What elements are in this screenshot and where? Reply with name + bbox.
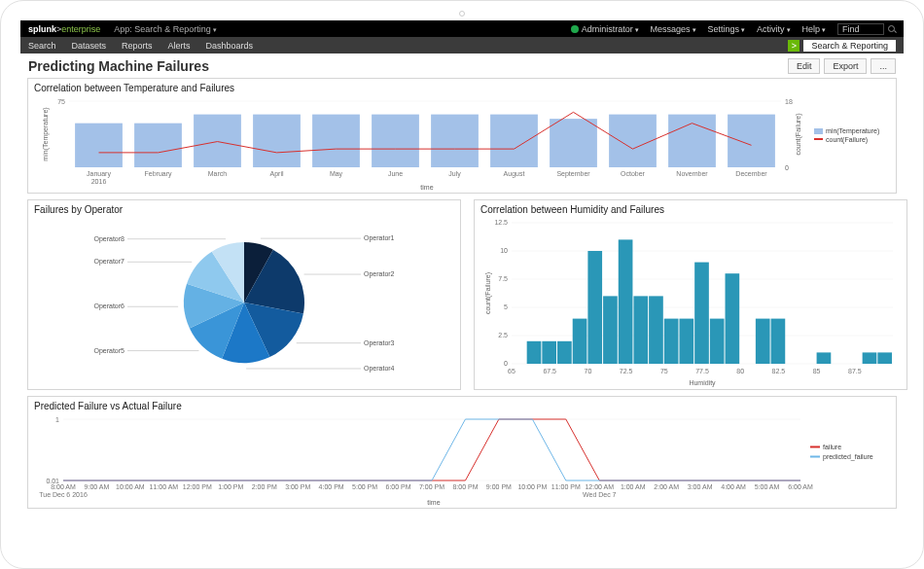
svg-text:4:00 AM: 4:00 AM xyxy=(721,483,746,490)
svg-rect-71 xyxy=(726,273,740,364)
svg-rect-9 xyxy=(253,115,301,167)
administrator-menu[interactable]: Administrator xyxy=(571,24,639,34)
svg-text:Operator7: Operator7 xyxy=(93,258,124,266)
svg-rect-10 xyxy=(312,115,360,167)
svg-rect-15 xyxy=(609,115,657,167)
svg-text:1: 1 xyxy=(55,416,59,423)
svg-text:Operator1: Operator1 xyxy=(364,234,395,242)
svg-text:3:00 PM: 3:00 PM xyxy=(285,483,310,490)
svg-rect-58 xyxy=(527,341,542,364)
svg-text:2016: 2016 xyxy=(91,178,107,185)
svg-text:82.5: 82.5 xyxy=(772,368,786,374)
svg-text:April: April xyxy=(269,170,283,178)
svg-text:11:00 PM: 11:00 PM xyxy=(551,483,581,490)
panel-title: Correlation between Temperature and Fail… xyxy=(34,83,890,93)
svg-text:August: August xyxy=(504,170,525,178)
svg-text:65: 65 xyxy=(508,368,515,374)
svg-rect-68 xyxy=(679,319,693,364)
svg-text:8:00 PM: 8:00 PM xyxy=(452,483,478,490)
svg-text:September: September xyxy=(556,170,590,178)
chart-failures-by-operator: Operator1Operator2Operator3Operator4Oper… xyxy=(34,217,454,387)
app-selector[interactable]: App: Search & Reporting xyxy=(114,24,217,34)
brand-logo: splunk>enterprise xyxy=(28,24,100,34)
activity-menu[interactable]: Activity xyxy=(757,24,790,34)
svg-text:70: 70 xyxy=(585,368,592,374)
svg-text:10:00 PM: 10:00 PM xyxy=(517,483,547,490)
messages-menu[interactable]: Messages xyxy=(651,24,696,34)
panel-title: Predicted Failure vs Actual Failure xyxy=(34,401,890,411)
chart-predicted-actual: 10.018:00 AMTue Dec 6 20169:00 AM10:00 A… xyxy=(34,413,888,506)
svg-text:67.5: 67.5 xyxy=(543,368,556,374)
svg-text:predicted_failure: predicted_failure xyxy=(823,453,873,461)
svg-text:count(Failure): count(Failure) xyxy=(795,113,802,155)
app-name: Search & Reporting xyxy=(803,40,896,52)
svg-text:5:00 PM: 5:00 PM xyxy=(352,483,377,490)
nav-search[interactable]: Search xyxy=(28,41,56,51)
svg-text:77.5: 77.5 xyxy=(695,368,709,374)
svg-text:0: 0 xyxy=(504,360,508,367)
svg-rect-66 xyxy=(649,296,663,364)
panel-row: Failures by Operator Operator1Operator2O… xyxy=(20,199,904,396)
nav-alerts[interactable]: Alerts xyxy=(168,41,191,51)
panel-title: Correlation between Humidity and Failure… xyxy=(480,204,901,215)
svg-text:July: July xyxy=(448,170,461,178)
svg-rect-32 xyxy=(814,128,823,134)
svg-text:2:00 AM: 2:00 AM xyxy=(654,483,679,490)
svg-rect-81 xyxy=(877,352,892,364)
nav-datasets[interactable]: Datasets xyxy=(72,41,107,51)
svg-rect-12 xyxy=(431,115,479,167)
svg-rect-67 xyxy=(664,319,679,364)
svg-text:min(Temperature): min(Temperature) xyxy=(42,107,50,160)
panel-temperature-failures: Correlation between Temperature and Fail… xyxy=(27,78,897,194)
svg-rect-69 xyxy=(694,263,709,364)
svg-text:3:00 AM: 3:00 AM xyxy=(688,483,713,490)
svg-rect-16 xyxy=(668,115,716,167)
svg-text:0: 0 xyxy=(785,164,789,171)
svg-text:75: 75 xyxy=(57,98,65,105)
svg-text:12.5: 12.5 xyxy=(494,219,508,226)
svg-text:Operator3: Operator3 xyxy=(364,339,395,347)
svg-text:85: 85 xyxy=(813,368,821,374)
svg-text:1:00 AM: 1:00 AM xyxy=(621,483,646,490)
panel-humidity-failures: Correlation between Humidity and Failure… xyxy=(474,199,907,390)
svg-text:December: December xyxy=(735,170,767,177)
svg-text:9:00 AM: 9:00 AM xyxy=(85,483,110,490)
svg-text:7:00 PM: 7:00 PM xyxy=(419,483,444,490)
svg-text:Tue Dec 6 2016: Tue Dec 6 2016 xyxy=(39,491,88,498)
svg-rect-8 xyxy=(194,115,241,167)
svg-rect-73 xyxy=(756,319,770,364)
svg-text:June: June xyxy=(388,170,403,177)
nav-dashboards[interactable]: Dashboards xyxy=(206,41,254,51)
search-icon[interactable] xyxy=(888,25,896,33)
svg-rect-11 xyxy=(372,115,419,167)
svg-text:9:00 PM: 9:00 PM xyxy=(486,483,512,490)
panel-failures-by-operator: Failures by Operator Operator1Operator2O… xyxy=(27,199,461,390)
svg-text:Operator5: Operator5 xyxy=(93,347,124,355)
svg-rect-61 xyxy=(573,319,587,364)
help-menu[interactable]: Help xyxy=(802,24,826,34)
svg-rect-123 xyxy=(810,446,820,448)
edit-button[interactable]: Edit xyxy=(788,58,821,74)
panel-title: Failures by Operator xyxy=(34,204,454,215)
svg-text:January: January xyxy=(87,170,111,178)
chart-temperature-failures: 75min(Temperature)180count(Failure)Janua… xyxy=(34,95,888,191)
svg-text:failure: failure xyxy=(823,444,841,450)
more-button[interactable]: ... xyxy=(871,58,896,74)
svg-text:May: May xyxy=(330,170,343,178)
svg-text:11:00 AM: 11:00 AM xyxy=(150,483,179,490)
svg-text:count(Failure): count(Failure) xyxy=(484,272,492,314)
settings-menu[interactable]: Settings xyxy=(708,24,745,34)
svg-text:5:00 AM: 5:00 AM xyxy=(755,483,780,490)
svg-text:2.5: 2.5 xyxy=(498,332,508,338)
find-input[interactable]: Find xyxy=(837,23,884,35)
svg-rect-13 xyxy=(490,115,538,167)
svg-rect-34 xyxy=(814,138,823,140)
device-camera xyxy=(459,11,465,17)
export-button[interactable]: Export xyxy=(824,58,867,74)
svg-rect-65 xyxy=(633,296,648,364)
svg-text:72.5: 72.5 xyxy=(620,368,633,374)
svg-text:4:00 PM: 4:00 PM xyxy=(319,483,344,490)
svg-rect-64 xyxy=(619,239,633,364)
nav-reports[interactable]: Reports xyxy=(122,41,153,51)
svg-text:2:00 PM: 2:00 PM xyxy=(252,483,277,490)
